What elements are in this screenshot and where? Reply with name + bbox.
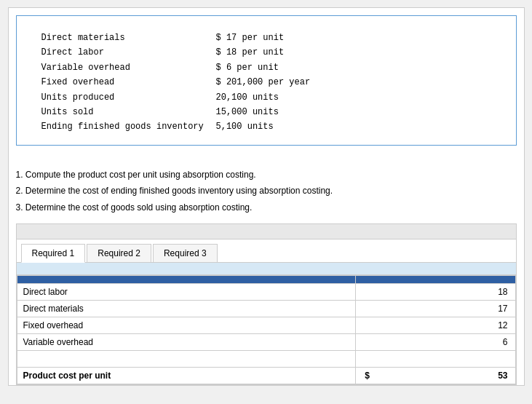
row-value[interactable]: 17 xyxy=(356,300,515,317)
info-table: Direct materials$ 17 per unitDirect labo… xyxy=(41,31,506,135)
info-label: Fixed overhead xyxy=(41,75,216,90)
instruction-item: 1. Compute the product cost per unit usi… xyxy=(16,167,517,182)
info-row: Fixed overhead$ 201,000 per year xyxy=(41,75,506,90)
instruction-item: 2. Determine the cost of ending finished… xyxy=(16,183,517,198)
tabs-row: Required 1Required 2Required 3 xyxy=(17,239,516,263)
row-label: Direct labor xyxy=(17,283,356,300)
row-label: Fixed overhead xyxy=(17,317,356,333)
page-container: Direct materials$ 17 per unitDirect labo… xyxy=(8,7,525,386)
empty-cell xyxy=(17,350,356,367)
table-row: Variable overhead 6 xyxy=(17,333,515,350)
tabs-container: Required 1Required 2Required 3 Direct la… xyxy=(16,239,517,385)
info-row: Units produced20,100 units xyxy=(41,90,506,105)
info-row: Variable overhead$ 6 per unit xyxy=(41,60,506,75)
total-value: $53 xyxy=(356,367,515,384)
info-value: 15,000 units xyxy=(216,105,279,119)
empty-row xyxy=(17,350,515,367)
instruction-item: 3. Determine the cost of goods sold usin… xyxy=(16,200,517,215)
info-row: Units sold15,000 units xyxy=(41,105,506,119)
table-row: Direct materials 17 xyxy=(17,300,515,317)
total-label: Product cost per unit xyxy=(17,367,356,384)
info-row: Direct labor$ 18 per unit xyxy=(41,45,506,60)
tab-required-3[interactable]: Required 3 xyxy=(153,244,218,262)
tab-content xyxy=(17,263,516,275)
info-value: 5,100 units xyxy=(216,119,274,134)
info-label: Direct labor xyxy=(41,45,216,60)
info-value: $ 201,000 per year xyxy=(216,75,311,90)
row-label: Variable overhead xyxy=(17,333,356,350)
info-label: Variable overhead xyxy=(41,60,216,75)
table-header-label xyxy=(17,275,356,283)
tab-required-1[interactable]: Required 1 xyxy=(21,244,86,263)
info-row: Direct materials$ 17 per unit xyxy=(41,31,506,45)
row-value[interactable]: 18 xyxy=(356,283,515,300)
row-label: Direct materials xyxy=(17,300,356,317)
product-cost-table: Direct labor 18 Direct materials 17 Fixe… xyxy=(17,275,516,384)
info-label: Direct materials xyxy=(41,31,216,45)
row-value[interactable]: 12 xyxy=(356,317,515,333)
info-value: $ 6 per unit xyxy=(216,60,279,75)
info-row: Ending finished goods inventory5,100 uni… xyxy=(41,119,506,134)
row-value[interactable]: 6 xyxy=(356,333,515,350)
complete-question-box xyxy=(16,223,517,239)
total-row: Product cost per unit $53 xyxy=(17,367,515,384)
table-row: Fixed overhead 12 xyxy=(17,317,515,333)
exercise-instructions: 1. Compute the product cost per unit usi… xyxy=(16,167,517,215)
empty-absorption-cell xyxy=(356,350,515,367)
info-label: Units produced xyxy=(41,90,216,105)
info-value: $ 17 per unit xyxy=(216,31,285,45)
info-label: Ending finished goods inventory xyxy=(41,119,216,134)
info-value: 20,100 units xyxy=(216,90,279,105)
tab-required-2[interactable]: Required 2 xyxy=(87,244,151,262)
info-value: $ 18 per unit xyxy=(216,45,285,60)
table-header-absorption xyxy=(356,275,515,283)
info-label: Units sold xyxy=(41,105,216,119)
exercise-section: 1. Compute the product cost per unit usi… xyxy=(9,153,524,385)
required-info-box: Direct materials$ 17 per unitDirect labo… xyxy=(16,15,517,146)
table-row: Direct labor 18 xyxy=(17,283,515,300)
